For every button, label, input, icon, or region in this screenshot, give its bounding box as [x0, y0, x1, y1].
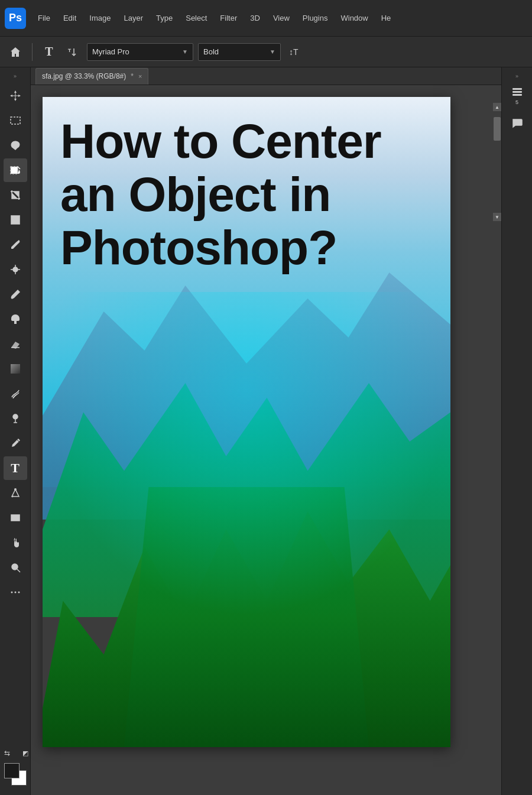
type-tool-icon: T	[11, 460, 20, 476]
tab-close-button[interactable]: ×	[138, 73, 142, 80]
font-family-dropdown[interactable]: Myriad Pro ▼	[87, 43, 193, 61]
tab-modified: *	[131, 72, 134, 80]
document-tab[interactable]: sfa.jpg @ 33.3% (RGB/8#) * ×	[35, 68, 148, 85]
font-style-dropdown[interactable]: Bold ▼	[198, 43, 281, 61]
canvas-area: sfa.jpg @ 33.3% (RGB/8#) * ×	[31, 67, 501, 795]
frame-tool[interactable]	[4, 208, 27, 232]
svg-point-13	[11, 297, 13, 299]
svg-rect-15	[11, 364, 20, 374]
toolbar-collapse-top[interactable]: »	[9, 72, 21, 80]
layers-panel-button[interactable]: 5	[505, 84, 529, 108]
svg-text:ᵀ: ᵀ	[67, 48, 72, 56]
pen-tool[interactable]	[4, 431, 27, 455]
gradient-tool[interactable]	[4, 357, 27, 381]
switch-colors-button[interactable]: ⇆	[0, 747, 15, 760]
right-panel: » 5	[501, 67, 532, 795]
comments-panel-button[interactable]	[505, 111, 529, 135]
reset-colors-button[interactable]: ◩	[19, 747, 31, 760]
toolbar-bottom: ⇆ ◩	[0, 747, 31, 790]
ps-logo: Ps	[5, 8, 26, 29]
svg-rect-30	[512, 91, 522, 93]
foreground-color-swatch[interactable]	[4, 763, 20, 778]
scrollbar-arrow-down[interactable]: ▼	[493, 213, 501, 221]
color-swatches[interactable]	[4, 763, 27, 786]
left-toolbar: »	[0, 67, 31, 795]
home-button[interactable]	[6, 43, 25, 61]
crop-tool[interactable]	[4, 183, 27, 207]
svg-point-16	[13, 414, 18, 419]
rectangular-marquee-tool[interactable]	[4, 109, 27, 132]
svg-point-27	[14, 592, 16, 593]
scrollbar-track[interactable]	[493, 111, 501, 213]
canvas-viewport[interactable]: How to Center an Object in Photoshop? ▲ …	[31, 85, 501, 795]
svg-point-28	[18, 592, 20, 593]
svg-rect-29	[512, 88, 522, 90]
resize-icon[interactable]: ↕T	[286, 43, 304, 61]
canvas-title-text: How to Center an Object in Photoshop?	[60, 115, 433, 275]
valley-floor-layer	[124, 487, 369, 747]
menu-3d[interactable]: 3D	[244, 11, 266, 25]
vertical-scrollbar[interactable]: ▲ ▼	[493, 103, 501, 221]
dodge-tool[interactable]	[4, 407, 27, 430]
rectangle-shape-tool[interactable]	[4, 506, 27, 530]
menu-window[interactable]: Window	[335, 11, 374, 25]
type-tool[interactable]: T	[4, 456, 27, 480]
document-tabs: sfa.jpg @ 33.3% (RGB/8#) * ×	[31, 67, 501, 85]
clone-stamp-tool[interactable]	[4, 307, 27, 331]
blur-tool[interactable]	[4, 382, 27, 405]
menu-edit[interactable]: Edit	[57, 11, 82, 25]
eraser-tool[interactable]	[4, 332, 27, 356]
font-style-chevron: ▼	[270, 48, 275, 55]
menu-view[interactable]: View	[267, 11, 296, 25]
font-style-value: Bold	[203, 47, 219, 56]
menu-filter[interactable]: Filter	[214, 11, 243, 25]
svg-rect-21	[11, 515, 20, 521]
eyedropper-tool[interactable]	[4, 233, 27, 257]
menu-help[interactable]: He	[375, 11, 397, 25]
svg-point-19	[14, 488, 17, 491]
canvas-title-line1: How to Center	[60, 115, 433, 168]
canvas-title-line3: Photoshop?	[60, 221, 433, 274]
menu-type[interactable]: Type	[150, 11, 179, 25]
canvas-title-line2: an Object in	[60, 168, 433, 221]
svg-point-8	[13, 267, 18, 272]
healing-brush-tool[interactable]	[4, 258, 27, 281]
move-tool[interactable]	[4, 84, 27, 108]
svg-point-26	[11, 592, 12, 593]
menu-image[interactable]: Image	[83, 11, 116, 25]
layers-panel-label: 5	[515, 99, 518, 105]
text-tool-option[interactable]: T	[40, 43, 59, 61]
brush-tool[interactable]	[4, 283, 27, 306]
right-panel-collapse[interactable]: »	[514, 72, 520, 80]
options-bar: T ᵀ Myriad Pro ▼ Bold ▼ ↕T	[0, 37, 532, 67]
svg-line-23	[17, 569, 20, 572]
menu-plugins[interactable]: Plugins	[297, 11, 334, 25]
zoom-tool[interactable]	[4, 556, 27, 579]
menu-file[interactable]: File	[32, 11, 56, 25]
scrollbar-thumb[interactable]	[494, 117, 501, 141]
separator-1	[32, 43, 33, 61]
menu-layer[interactable]: Layer	[118, 11, 150, 25]
svg-text:↕T: ↕T	[289, 47, 299, 57]
main-area: »	[0, 67, 532, 795]
path-selection-tool[interactable]	[4, 481, 27, 505]
text-orientation-toggle[interactable]: ᵀ	[63, 43, 82, 61]
menu-select[interactable]: Select	[180, 11, 213, 25]
text-tool-icon: T	[45, 45, 53, 59]
canvas-document: How to Center an Object in Photoshop?	[43, 97, 450, 747]
svg-rect-4	[11, 167, 18, 174]
lasso-tool[interactable]	[4, 134, 27, 157]
svg-rect-3	[11, 117, 20, 124]
menu-bar: Ps File Edit Image Layer Type Select Fil…	[0, 0, 532, 37]
hand-tool[interactable]	[4, 531, 27, 554]
tab-name: sfa.jpg @ 33.3% (RGB/8#)	[42, 72, 126, 80]
scrollbar-arrow-up[interactable]: ▲	[493, 103, 501, 111]
font-family-value: Myriad Pro	[92, 47, 129, 56]
polygonal-lasso-tool[interactable]	[4, 158, 27, 182]
more-tools-button[interactable]	[4, 580, 27, 604]
svg-rect-31	[512, 94, 522, 96]
font-family-chevron: ▼	[182, 48, 188, 55]
